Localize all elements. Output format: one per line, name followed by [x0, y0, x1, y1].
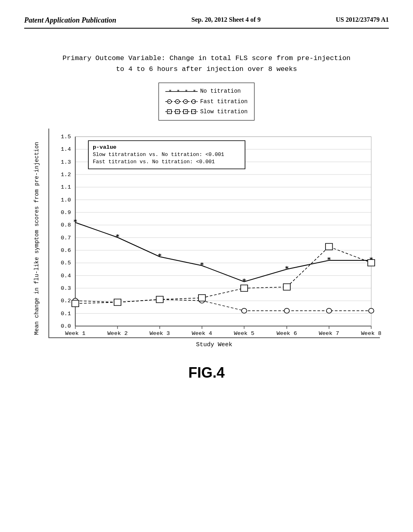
svg-text:Fast titration vs. No titratio: Fast titration vs. No titration: <0.001	[93, 159, 215, 164]
svg-text:*: *	[115, 233, 119, 241]
svg-text:1.1: 1.1	[61, 185, 71, 190]
svg-text:Week 4: Week 4	[192, 330, 212, 336]
svg-rect-87	[241, 285, 248, 291]
chart-inner: .tick-label { font-size: 13px; font-fami…	[48, 129, 380, 348]
svg-rect-86	[198, 295, 205, 301]
figure-label: FIG.4	[188, 364, 225, 381]
page-header: Patent Application Publication Sep. 20, …	[24, 16, 389, 29]
svg-text:1.2: 1.2	[61, 172, 71, 177]
svg-text:0.4: 0.4	[61, 273, 71, 278]
legend-item-slow-titration: Slow titration	[165, 107, 248, 117]
svg-text:0.1: 0.1	[61, 311, 71, 316]
y-axis-label: Mean change in flu-like symptom scores f…	[33, 142, 45, 335]
svg-rect-84	[114, 299, 121, 305]
svg-text:*: *	[242, 278, 246, 285]
svg-text:Slow titratration vs. No titra: Slow titratration vs. No titration: <0.0…	[93, 152, 224, 157]
svg-text:0.8: 0.8	[61, 222, 71, 228]
svg-text:*: *	[158, 253, 162, 260]
svg-text:0.3: 0.3	[61, 285, 71, 291]
legend-item-no-titration: * * * * No titration	[165, 86, 248, 96]
svg-text:0.5: 0.5	[61, 260, 71, 266]
svg-text:Week 3: Week 3	[150, 330, 170, 336]
svg-text:1.0: 1.0	[61, 197, 71, 203]
chart-title: Primary Outcome Variable: Change in tota…	[63, 53, 350, 75]
svg-text:0.9: 0.9	[61, 210, 71, 215]
svg-text:1.4: 1.4	[61, 147, 71, 152]
svg-text:0.6: 0.6	[61, 247, 71, 253]
svg-text:*: *	[185, 88, 188, 94]
legend-label-fast-titration: Fast titration	[200, 97, 248, 107]
svg-text:*: *	[327, 256, 331, 264]
svg-text:*: *	[73, 218, 77, 226]
svg-text:Week 1: Week 1	[65, 330, 85, 336]
legend-label-slow-titration: Slow titration	[200, 107, 248, 117]
legend-item-fast-titration: Fast titration	[165, 97, 248, 107]
svg-rect-89	[325, 243, 332, 250]
svg-text:0.7: 0.7	[61, 235, 71, 241]
svg-text:Week 2: Week 2	[107, 330, 127, 336]
legend-label-no-titration: No titration	[200, 86, 241, 96]
svg-text:1.3: 1.3	[61, 159, 71, 165]
svg-point-79	[242, 308, 247, 313]
svg-text:Week 7: Week 7	[319, 330, 339, 336]
svg-text:*: *	[169, 88, 172, 94]
svg-point-82	[369, 308, 374, 313]
svg-text:p-value: p-value	[93, 144, 117, 150]
svg-text:Week 8: Week 8	[361, 330, 381, 336]
patent-number: US 2012/237479 A1	[336, 16, 389, 23]
svg-text:*: *	[193, 88, 196, 94]
svg-text:0.0: 0.0	[61, 323, 71, 329]
publication-label: Patent Application Publication	[24, 16, 116, 25]
svg-text:*: *	[200, 262, 204, 269]
svg-point-80	[284, 308, 290, 313]
svg-text:Week 6: Week 6	[277, 330, 297, 336]
svg-text:*: *	[177, 88, 180, 94]
svg-rect-85	[156, 296, 163, 303]
sheet-info: Sep. 20, 2012 Sheet 4 of 9	[192, 16, 261, 23]
chart-section: Primary Outcome Variable: Change in tota…	[24, 53, 389, 381]
svg-text:0.2: 0.2	[61, 298, 71, 304]
chart-legend: * * * * No titration Fast titration	[159, 83, 254, 121]
svg-rect-90	[368, 260, 375, 266]
svg-rect-88	[283, 284, 290, 290]
svg-rect-83	[72, 300, 79, 307]
chart-container: Mean change in flu-like symptom scores f…	[33, 129, 380, 348]
x-axis-label: Study Week	[48, 341, 380, 348]
svg-text:Week 5: Week 5	[234, 330, 254, 336]
chart-svg: .tick-label { font-size: 13px; font-fami…	[49, 129, 380, 338]
chart-area: .tick-label { font-size: 13px; font-fami…	[48, 129, 380, 338]
svg-text:*: *	[285, 265, 289, 272]
svg-text:1.5: 1.5	[61, 134, 71, 139]
svg-point-81	[326, 308, 332, 313]
